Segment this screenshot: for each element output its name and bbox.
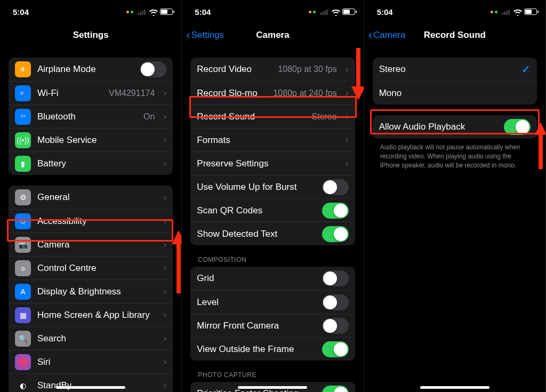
row-label: Prioritise Faster Shooting xyxy=(197,388,315,392)
row-siri[interactable]: Siri› xyxy=(9,350,173,373)
status-battery-icon xyxy=(524,9,537,15)
chevron-right-icon: › xyxy=(163,380,166,391)
toggle-allow-audio-playback[interactable] xyxy=(504,119,531,135)
chevron-right-icon: › xyxy=(163,87,166,99)
row-detail: On xyxy=(143,112,155,122)
row-record-slo-mo[interactable]: Record Slo-mo1080p at 240 fps› xyxy=(190,81,355,105)
back-button[interactable]: ‹ Camera xyxy=(368,30,406,41)
airplane-icon: ✈ xyxy=(15,61,31,77)
row-label: Use Volume Up for Burst xyxy=(197,182,315,193)
option-mono[interactable]: Mono xyxy=(373,81,537,105)
row-camera[interactable]: 📷Camera› xyxy=(9,233,173,256)
status-time: 5:04 xyxy=(13,7,29,17)
display-icon: A xyxy=(15,284,31,300)
row-label: Show Detected Text xyxy=(197,229,315,239)
row-airplane-mode[interactable]: ✈Airplane Mode xyxy=(9,58,173,81)
row-label: Record Slo-mo xyxy=(197,88,267,99)
row-label: Home Screen & App Library xyxy=(37,310,155,321)
row-label: Wi-Fi xyxy=(37,88,102,99)
status-wifi-icon xyxy=(149,9,158,15)
wifi-icon: ᯤ xyxy=(15,85,31,101)
row-grid[interactable]: Grid xyxy=(190,267,355,290)
status-battery-icon xyxy=(342,9,355,15)
siri-icon xyxy=(15,354,31,370)
home-indicator[interactable] xyxy=(420,386,489,389)
toggle-prioritise-faster-shooting[interactable] xyxy=(322,386,349,392)
row-search[interactable]: 🔍Search› xyxy=(9,326,173,350)
row-level[interactable]: Level xyxy=(190,290,355,314)
toggle-grid[interactable] xyxy=(322,270,349,286)
status-time: 5:04 xyxy=(377,7,393,17)
allow-audio-playback-row[interactable]: Allow Audio Playback xyxy=(373,115,537,139)
row-label: StandBy xyxy=(37,380,155,391)
toggle-scan-qr-codes[interactable] xyxy=(322,203,349,219)
row-battery[interactable]: ▮Battery› xyxy=(9,151,173,175)
status-battery-icon xyxy=(160,9,173,15)
row-bluetooth[interactable]: ⌔BluetoothOn› xyxy=(9,105,173,128)
camera-icon: 📷 xyxy=(15,237,31,253)
chevron-right-icon: › xyxy=(346,87,349,99)
row-view-outside-the-frame[interactable]: View Outside the Frame xyxy=(190,337,355,361)
checkmark-icon: ✓ xyxy=(521,63,531,76)
toggle-show-detected-text[interactable] xyxy=(322,226,349,242)
row-label: Formats xyxy=(197,135,336,146)
nav-header: ‹ Camera Record Sound xyxy=(364,23,545,47)
row-preserve-settings[interactable]: Preserve Settings› xyxy=(190,151,355,175)
toggle-airplane-mode[interactable] xyxy=(140,61,166,77)
settings-group-general: ⚙General›☺Accessibility›📷Camera›⌾Control… xyxy=(9,186,173,392)
mobile-icon: ((•)) xyxy=(15,132,31,148)
row-label: Mirror Front Camera xyxy=(197,321,315,331)
row-detail: 1080p at 240 fps xyxy=(273,89,336,98)
status-cell-icon xyxy=(138,9,147,15)
chevron-right-icon: › xyxy=(163,356,166,367)
row-label: General xyxy=(37,192,155,203)
row-label: Level xyxy=(197,297,315,308)
row-control-centre[interactable]: ⌾Control Centre› xyxy=(9,256,173,279)
row-mobile-service[interactable]: ((•))Mobile Service› xyxy=(9,128,173,151)
chevron-right-icon: › xyxy=(163,192,166,203)
home-screen-icon: ▦ xyxy=(15,307,31,323)
row-label: Siri xyxy=(37,357,155,367)
toggle-view-outside-the-frame[interactable] xyxy=(322,341,349,357)
row-show-detected-text[interactable]: Show Detected Text xyxy=(190,222,355,245)
back-button[interactable]: ‹ Settings xyxy=(186,30,224,41)
row-use-volume-up-for-burst[interactable]: Use Volume Up for Burst xyxy=(190,175,355,198)
row-accessibility[interactable]: ☺Accessibility› xyxy=(9,209,173,233)
row-label: Mono xyxy=(379,88,531,99)
chevron-right-icon: › xyxy=(163,158,166,169)
status-bar: 5:04 xyxy=(0,0,181,23)
row-label: Search xyxy=(37,333,155,344)
row-formats[interactable]: Formats› xyxy=(190,128,355,151)
toggle-use-volume-up-for-burst[interactable] xyxy=(322,179,349,195)
accessibility-icon: ☺ xyxy=(15,213,31,229)
row-label: Record Sound xyxy=(197,111,305,122)
row-general[interactable]: ⚙General› xyxy=(9,186,173,209)
row-label: Accessibility xyxy=(37,216,155,227)
status-dots-icon xyxy=(309,11,316,13)
row-wi-fi[interactable]: ᯤWi-FiVM4291174› xyxy=(9,81,173,105)
camera-group-record: Record Video1080p at 30 fps›Record Slo-m… xyxy=(190,58,355,245)
chevron-right-icon: › xyxy=(163,333,166,344)
home-indicator[interactable] xyxy=(56,386,125,389)
row-standby[interactable]: ◐StandBy› xyxy=(9,373,173,392)
option-stereo[interactable]: Stereo✓ xyxy=(373,58,537,81)
status-dots-icon xyxy=(491,11,497,13)
chevron-right-icon: › xyxy=(163,262,166,274)
back-label: Settings xyxy=(191,30,224,41)
page-title: Settings xyxy=(73,30,109,41)
row-display-brightness[interactable]: ADisplay & Brightness› xyxy=(9,279,173,303)
row-mirror-front-camera[interactable]: Mirror Front Camera xyxy=(190,314,355,337)
status-cell-icon xyxy=(320,9,330,15)
status-wifi-icon xyxy=(513,9,522,15)
row-label: Airplane Mode xyxy=(37,64,133,75)
row-record-video[interactable]: Record Video1080p at 30 fps› xyxy=(190,58,355,81)
toggle-mirror-front-camera[interactable] xyxy=(322,318,349,334)
row-home-screen-app-library[interactable]: ▦Home Screen & App Library› xyxy=(9,303,173,326)
row-label: Mobile Service xyxy=(37,135,155,146)
chevron-right-icon: › xyxy=(346,64,349,75)
home-indicator[interactable] xyxy=(238,386,307,389)
toggle-level[interactable] xyxy=(322,294,349,310)
row-record-sound[interactable]: Record SoundStereo› xyxy=(190,105,355,128)
row-scan-qr-codes[interactable]: Scan QR Codes xyxy=(190,198,355,222)
chevron-right-icon: › xyxy=(346,158,349,169)
